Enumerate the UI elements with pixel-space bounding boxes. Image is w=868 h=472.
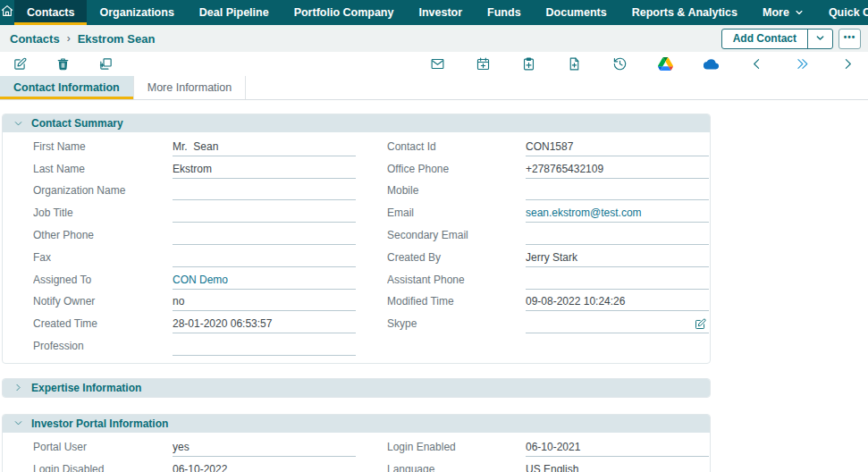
document-add-icon[interactable] [566, 56, 582, 72]
section-title: Contact Summary [31, 117, 123, 130]
field-value-created-by: Jerry Stark [526, 245, 709, 267]
nav-item-label: Portfolio Company [294, 6, 394, 19]
field-value-contact-id: CON1587 [526, 134, 709, 156]
nav-item-reports-analytics[interactable]: Reports & Analytics [619, 0, 750, 25]
column-spacer [356, 311, 387, 333]
field-label-created-by: Created By [387, 245, 526, 267]
field-value-profession [173, 333, 356, 356]
calendar-add-icon[interactable] [475, 56, 491, 72]
app-window: ContactsOrganizationsDeal PipelinePortfo… [0, 0, 868, 472]
nav-item-organizations[interactable]: Organizations [87, 0, 186, 25]
contact-summary-fields: First NameMr. SeanContact IdCON1587Last … [3, 132, 710, 363]
field-value-first-name: Mr. Sean [173, 134, 356, 156]
chevron-down-icon [815, 32, 825, 46]
nav-item-more[interactable]: More [750, 0, 816, 25]
nav-item-portfolio-company[interactable]: Portfolio Company [282, 0, 407, 25]
nav-item-label: Organizations [99, 6, 173, 19]
nav-item-documents[interactable]: Documents [534, 0, 619, 25]
field-value-text: 06-10-2022 [173, 463, 227, 472]
field-label-modified-time: Modified Time [387, 290, 526, 312]
breadcrumb-current: Ekstrom Sean [78, 32, 156, 46]
add-contact-button[interactable]: Add Contact [722, 30, 807, 48]
task-add-icon[interactable] [520, 56, 536, 72]
edit-icon[interactable] [12, 56, 28, 72]
field-value-link[interactable]: CON Demo [173, 274, 228, 286]
field-value-assistant-phone [526, 267, 709, 290]
add-contact-split-button: Add Contact [721, 29, 833, 49]
chevron-left-icon[interactable] [748, 56, 764, 72]
field-value-text: Mr. Sean [173, 140, 218, 153]
onedrive-icon[interactable] [703, 56, 719, 72]
field-value-email: sean.ekstrom@test.com [526, 200, 709, 223]
chevron-right-icon[interactable] [839, 56, 855, 72]
investor-portal-information-header[interactable]: Investor Portal Information [3, 415, 710, 433]
google-drive-icon[interactable] [657, 56, 673, 72]
nav-item-quick-create[interactable]: Quick Create [816, 0, 868, 25]
nav-item-contacts[interactable]: Contacts [14, 0, 87, 25]
column-spacer [356, 245, 387, 267]
nav-item-label: More [763, 6, 789, 19]
home-icon [0, 4, 14, 21]
nav-item-deal-pipeline[interactable]: Deal Pipeline [187, 0, 282, 25]
section-investor-portal-information: Investor Portal InformationPortal Userye… [2, 414, 711, 472]
section-expanded-icon [13, 418, 23, 428]
inline-edit-icon[interactable] [694, 317, 707, 331]
double-chevron-right-icon[interactable] [794, 56, 810, 72]
field-value-text: CON1587 [526, 140, 573, 153]
field-value-link[interactable]: sean.ekstrom@test.com [526, 206, 642, 219]
contact-summary-header[interactable]: Contact Summary [3, 114, 710, 132]
field-label-profession: Profession [33, 333, 173, 356]
expertise-information-header[interactable]: Expertise Information [3, 379, 710, 397]
nav-item-label: Funds [487, 6, 521, 19]
header-actions: Add Contact ••• [721, 29, 861, 49]
field-label-secondary-email: Secondary Email [387, 223, 526, 245]
nav-item-label: Reports & Analytics [632, 6, 737, 19]
field-value-language: US English [526, 457, 709, 472]
field-value-text: no [173, 295, 184, 308]
nav-item-label: Quick Create [829, 6, 868, 19]
delete-icon[interactable] [55, 56, 71, 72]
section-collapsed-icon [13, 383, 23, 392]
record-detail-content: Contact SummaryFirst NameMr. SeanContact… [0, 100, 868, 472]
more-actions-button[interactable]: ••• [839, 29, 861, 49]
nav-item-investor[interactable]: Investor [406, 0, 475, 25]
toolbar-left-icons [12, 56, 114, 72]
tab-more-information[interactable]: More Information [134, 76, 246, 99]
field-label-contact-id: Contact Id [387, 134, 526, 156]
column-spacer [356, 267, 387, 290]
nav-item-label: Investor [418, 6, 462, 19]
field-value-text: +278765432109 [526, 163, 603, 175]
field-label-mobile: Mobile [387, 179, 526, 201]
field-value-job-title [173, 200, 356, 223]
field-value-created-time: 28-01-2020 06:53:57 [173, 311, 356, 333]
field-label-organization-name: Organization Name [33, 179, 173, 201]
column-spacer [356, 434, 387, 457]
field-value-text: Jerry Stark [526, 251, 577, 264]
breadcrumb-parent[interactable]: Contacts [10, 32, 60, 46]
section-contact-summary: Contact SummaryFirst NameMr. SeanContact… [2, 114, 711, 364]
field-label-fax: Fax [33, 245, 173, 267]
history-icon[interactable] [611, 56, 628, 72]
add-contact-dropdown-button[interactable] [807, 30, 832, 48]
breadcrumb-separator-icon: › [67, 32, 71, 45]
field-value-text: Ekstrom [173, 163, 212, 175]
duplicate-icon[interactable] [97, 56, 114, 72]
tab-contact-information[interactable]: Contact Information [0, 76, 134, 99]
tab-label: Contact Information [13, 81, 120, 94]
nav-item-label: Contacts [27, 6, 74, 19]
mail-icon[interactable] [429, 56, 445, 72]
field-value-text: 09-08-2022 10:24:26 [526, 295, 625, 308]
field-value-last-name: Ekstrom [173, 156, 356, 179]
home-button[interactable] [0, 0, 14, 25]
field-value-organization-name [173, 179, 356, 201]
column-spacer [356, 333, 387, 356]
field-label-first-name: First Name [33, 134, 173, 156]
record-toolbar [0, 52, 868, 76]
empty-cell [526, 333, 709, 356]
field-label-login-enabled: Login Enabled [387, 434, 526, 457]
field-label-login-disabled: Login Disabled [33, 457, 173, 472]
nav-item-funds[interactable]: Funds [475, 0, 534, 25]
field-value-text: 06-10-2021 [526, 441, 580, 453]
investor-portal-information-fields: Portal UseryesLogin Enabled06-10-2021Log… [3, 433, 710, 472]
toolbar-right-icons [429, 56, 855, 72]
